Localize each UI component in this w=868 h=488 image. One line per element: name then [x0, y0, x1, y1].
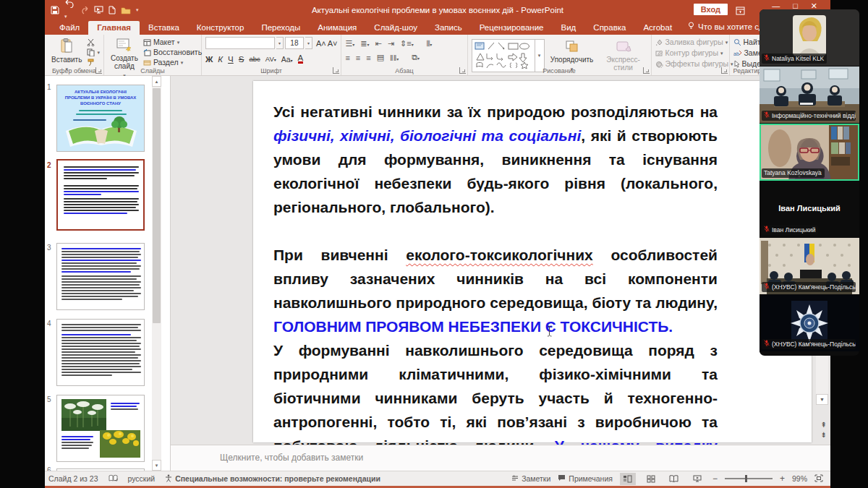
- thumb-scroll-thumb[interactable]: [153, 88, 161, 323]
- thumb-scroll-down-icon[interactable]: ▼: [152, 460, 161, 471]
- clear-formatting-button[interactable]: abc: [249, 55, 260, 63]
- thumb-scroll-up-icon[interactable]: ▲: [152, 76, 161, 87]
- align-right-button[interactable]: ≡: [366, 53, 370, 62]
- ribbon-display-options-icon[interactable]: [736, 5, 745, 18]
- participant-tile-5[interactable]: (ХНУВС) Кам'янець-Подільський: [760, 238, 859, 295]
- thumbnail-slide-5[interactable]: [56, 395, 145, 462]
- redo-icon[interactable]: [80, 7, 89, 14]
- font-color-button[interactable]: A: [298, 54, 304, 64]
- thumbnail-slide-1[interactable]: АКТУАЛЬНІ ЕКОЛОГІЧНІ ПРОБЛЕМИ В УКРАЇНІ …: [56, 85, 145, 152]
- fit-slide-to-window-icon[interactable]: [814, 474, 823, 484]
- align-center-button[interactable]: ≡: [356, 53, 360, 62]
- participant-tile-6[interactable]: (ХНУВС) Кам'янець-Подільський: [760, 295, 859, 352]
- thumbnail-scrollbar[interactable]: ▲ ▼: [152, 76, 161, 471]
- tab-file[interactable]: Файл: [51, 21, 88, 35]
- increase-indent-button[interactable]: ⇥: [388, 39, 394, 48]
- next-slide-button[interactable]: ⇟: [821, 431, 827, 439]
- shape-fill-button[interactable]: Заливка фигуры▾: [655, 38, 733, 46]
- underline-button[interactable]: Ч: [228, 55, 234, 64]
- character-spacing-button[interactable]: AV▾: [265, 55, 276, 63]
- shrink-font-button[interactable]: A˅: [328, 39, 338, 48]
- tab-acrobat[interactable]: Acrobat: [634, 21, 681, 35]
- tab-animations[interactable]: Анимация: [309, 21, 365, 35]
- slide-number: 5: [47, 395, 51, 403]
- slide-sorter-view-button[interactable]: [643, 473, 659, 485]
- save-icon[interactable]: [51, 6, 59, 14]
- justify-button[interactable]: ▤: [377, 53, 384, 62]
- participant-tile-1[interactable]: Nataliya Kitsel KLK: [760, 9, 859, 67]
- new-document-icon[interactable]: [109, 6, 116, 14]
- sign-in-button[interactable]: Вход: [694, 4, 728, 15]
- zoom-in-button[interactable]: +: [780, 474, 785, 484]
- decrease-indent-button[interactable]: ⇤: [375, 39, 382, 48]
- cut-button[interactable]: [87, 38, 100, 46]
- notes-toggle[interactable]: Заметки: [511, 474, 550, 483]
- slide-number: 4: [47, 320, 51, 328]
- tab-home[interactable]: Главная: [88, 21, 140, 35]
- reset-button[interactable]: Восстановить: [143, 48, 202, 56]
- qat-customize-icon[interactable]: ▾: [136, 7, 139, 13]
- change-case-button[interactable]: Aa▾: [281, 55, 293, 64]
- thumbnail-slide-3[interactable]: [56, 243, 145, 310]
- bold-button[interactable]: Ж: [205, 55, 213, 64]
- numbering-button[interactable]: ≣▾: [360, 39, 369, 48]
- tab-insert[interactable]: Вставка: [140, 21, 188, 35]
- line-spacing-button[interactable]: ⇕≡▾: [400, 39, 414, 48]
- align-left-button[interactable]: ≡: [345, 53, 349, 62]
- language-indicator[interactable]: русский: [128, 474, 156, 483]
- zoom-slider[interactable]: [725, 478, 773, 479]
- slide-body-text[interactable]: Усі негативні чинники за їх природою роз…: [273, 100, 718, 481]
- open-folder-icon[interactable]: [121, 7, 131, 14]
- notes-pane[interactable]: Щелкните, чтобы добавить заметки: [171, 445, 830, 471]
- bullets-button[interactable]: ☰▾: [345, 39, 354, 48]
- font-dialog-launcher[interactable]: [333, 67, 339, 74]
- drawing-dialog-launcher[interactable]: [643, 67, 650, 74]
- reading-view-button[interactable]: [666, 473, 682, 485]
- zoom-out-button[interactable]: −: [712, 474, 718, 484]
- font-size-box[interactable]: 18: [285, 37, 304, 49]
- undo-icon[interactable]: ▾: [64, 0, 75, 21]
- comments-toggle[interactable]: Примечания: [558, 474, 613, 483]
- tab-review[interactable]: Рецензирование: [471, 21, 553, 35]
- clipboard-dialog-launcher[interactable]: [95, 67, 102, 74]
- tab-transitions[interactable]: Переходы: [252, 21, 309, 35]
- font-name-dropdown[interactable]: ▾: [276, 37, 284, 49]
- zoom-slider-thumb[interactable]: [745, 475, 747, 482]
- format-painter-button[interactable]: [87, 59, 100, 67]
- participant-tile-4[interactable]: Іван Лисицький Іван Лисицький: [760, 181, 859, 238]
- current-slide-canvas[interactable]: Усі негативні чинники за їх природою роз…: [253, 81, 812, 442]
- tab-view[interactable]: Вид: [553, 21, 585, 35]
- grow-font-button[interactable]: A˄: [314, 39, 326, 48]
- paragraph-dialog-launcher[interactable]: [459, 67, 466, 74]
- tab-record[interactable]: Запись: [426, 21, 471, 35]
- copy-button[interactable]: ▾: [87, 48, 100, 56]
- columns-button[interactable]: ‖‖▾: [390, 53, 399, 62]
- text-direction-button[interactable]: ⫴▾: [427, 39, 433, 48]
- normal-view-button[interactable]: [620, 473, 636, 485]
- scroll-down-icon[interactable]: ▼: [816, 394, 828, 405]
- strikethrough-button[interactable]: S: [239, 55, 244, 64]
- format-dialog-launcher[interactable]: [721, 67, 728, 74]
- tab-help[interactable]: Справка: [584, 21, 634, 35]
- tab-slideshow[interactable]: Слайд-шоу: [365, 21, 426, 35]
- section-button[interactable]: Раздел▾: [143, 59, 202, 67]
- participant-tile-2[interactable]: Інформаційно-технічний відділ (...: [760, 67, 859, 124]
- zoom-level[interactable]: 99%: [792, 474, 807, 483]
- font-size-dropdown[interactable]: ▾: [305, 37, 312, 49]
- thumbnail-slide-2-selected[interactable]: [56, 159, 145, 231]
- accessibility-status[interactable]: Специальные возможности: проверьте реком…: [165, 474, 380, 484]
- text-run: ГОЛОВНИМ ПРОЯВОМ НЕБЕЗПЕКИ Є ТОКСИЧНІСТЬ…: [273, 318, 673, 335]
- layout-button[interactable]: Макет▾: [143, 38, 202, 46]
- italic-button[interactable]: К: [218, 55, 223, 64]
- participant-tile-3-active-speaker[interactable]: Tatyana Kozlovskaya: [760, 124, 859, 181]
- lightbulb-icon: [688, 22, 694, 32]
- thumbnail-slide-4[interactable]: [56, 319, 145, 386]
- shape-outline-button[interactable]: Контур фигуры▾: [655, 49, 733, 57]
- start-slideshow-icon[interactable]: [94, 6, 103, 14]
- convert-smartart-button[interactable]: ⧉▾: [412, 53, 420, 62]
- previous-slide-button[interactable]: ⇞: [821, 421, 827, 429]
- tab-design[interactable]: Конструктор: [188, 21, 253, 35]
- spellcheck-icon[interactable]: [109, 474, 118, 484]
- slideshow-view-button[interactable]: [689, 473, 705, 485]
- font-name-box[interactable]: [205, 37, 275, 49]
